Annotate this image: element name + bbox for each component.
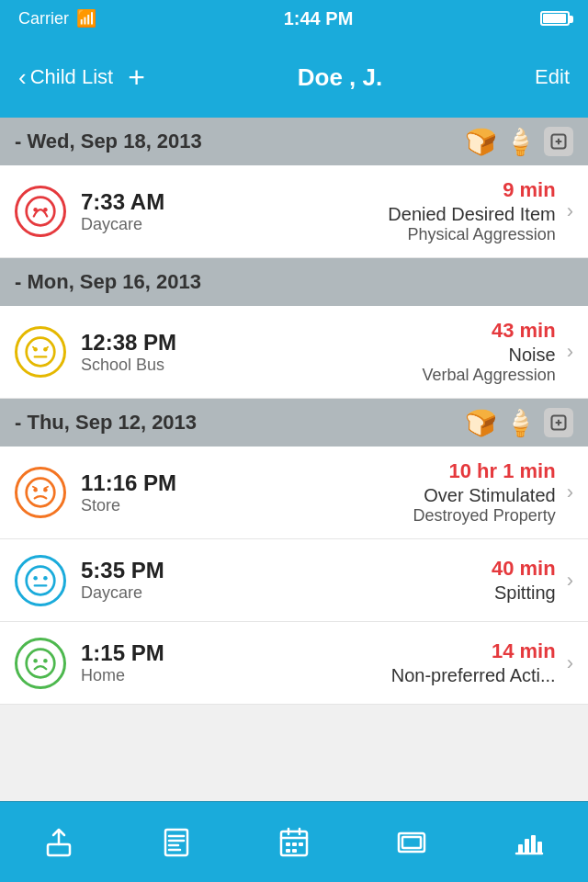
bread-icon-1: 🍞 <box>465 127 497 157</box>
nav-bar: ‹ Child List + Doe , J. Edit <box>0 37 588 118</box>
incident-behavior-primary-5: Non-preferred Acti... <box>391 665 556 686</box>
battery-icon <box>540 11 570 26</box>
svg-rect-39 <box>531 835 536 854</box>
tab-cards[interactable] <box>353 802 470 882</box>
svg-point-12 <box>27 566 55 594</box>
section-date-1: - Wed, Sep 18, 2013 <box>15 130 454 153</box>
svg-rect-29 <box>286 842 290 846</box>
section-icons-1: 🍞 🍦 <box>465 127 573 157</box>
icecream-icon-3: 🍦 <box>504 408 537 438</box>
charts-icon <box>509 822 549 863</box>
svg-point-1 <box>27 198 55 226</box>
svg-rect-38 <box>525 839 529 854</box>
incident-time-2: 12:38 PM <box>81 330 228 356</box>
tab-share[interactable] <box>0 802 118 882</box>
svg-rect-37 <box>518 844 523 854</box>
incident-row-2[interactable]: 12:38 PM School Bus 43 min Noise Verbal … <box>0 306 588 399</box>
back-button[interactable]: ‹ Child List <box>18 65 113 89</box>
notes-icon <box>156 822 197 863</box>
carrier-label: Carrier <box>18 9 69 28</box>
incident-icon-5 <box>15 638 66 689</box>
incident-icon-3 <box>15 467 66 518</box>
incident-row-3[interactable]: 11:16 PM Store 10 hr 1 min Over Stimulat… <box>0 447 588 539</box>
chevron-right-icon-5: › <box>567 651 573 675</box>
incident-row-1[interactable]: 7:33 AM Daycare 9 min Denied Desired Ite… <box>0 165 588 258</box>
incident-time-loc-2: 12:38 PM School Bus <box>81 330 228 375</box>
incident-icon-4 <box>15 555 66 606</box>
incident-time-1: 7:33 AM <box>81 189 228 215</box>
incident-location-5: Home <box>81 666 228 685</box>
incident-location-4: Daycare <box>81 583 228 603</box>
tab-notes[interactable] <box>118 802 235 882</box>
svg-rect-30 <box>292 842 297 846</box>
svg-rect-40 <box>537 842 542 854</box>
incident-time-loc-1: 7:33 AM Daycare <box>81 189 228 234</box>
svg-point-16 <box>27 649 55 677</box>
incident-time-loc-4: 5:35 PM Daycare <box>81 558 228 603</box>
svg-point-14 <box>33 576 38 581</box>
edit-button[interactable]: Edit <box>535 65 570 89</box>
incident-behavior-secondary-3: Destroyed Property <box>413 506 556 526</box>
section-header-1: - Wed, Sep 18, 2013 🍞 🍦 <box>0 118 588 165</box>
wifi-icon: 📶 <box>76 8 96 28</box>
incident-icon-1 <box>15 186 66 237</box>
section-date-2: - Mon, Sep 16, 2013 <box>15 270 562 294</box>
svg-rect-31 <box>299 842 303 846</box>
incident-duration-3: 10 hr 1 min <box>449 459 556 483</box>
status-bar: Carrier 📶 1:44 PM <box>0 0 588 37</box>
add-button[interactable]: + <box>128 62 145 92</box>
incident-time-4: 5:35 PM <box>81 558 228 583</box>
medical-icon-3 <box>544 408 573 437</box>
incident-details-4: 40 min Spitting <box>228 557 563 604</box>
incident-duration-1: 9 min <box>503 178 555 202</box>
cards-icon <box>391 822 432 863</box>
svg-point-15 <box>43 576 48 581</box>
svg-rect-33 <box>292 849 297 853</box>
status-left: Carrier 📶 <box>18 8 96 28</box>
nav-title: Doe , J. <box>145 63 535 92</box>
incident-behavior-primary-4: Spitting <box>494 582 556 604</box>
chevron-right-icon-4: › <box>567 569 573 593</box>
incident-location-2: School Bus <box>81 356 228 375</box>
share-icon <box>39 822 79 863</box>
incident-row-4[interactable]: 5:35 PM Daycare 40 min Spitting › <box>0 539 588 622</box>
content-area: - Wed, Sep 18, 2013 🍞 🍦 7:33 AM Daycar <box>0 118 588 801</box>
svg-point-4 <box>27 338 55 367</box>
svg-rect-19 <box>48 844 70 855</box>
status-right <box>540 11 570 26</box>
time-display: 1:44 PM <box>284 8 354 29</box>
svg-rect-32 <box>286 849 290 853</box>
svg-rect-20 <box>165 830 187 855</box>
tab-bar <box>0 801 588 882</box>
icecream-icon-1: 🍦 <box>504 127 537 157</box>
incident-duration-5: 14 min <box>492 639 556 663</box>
incident-duration-2: 43 min <box>492 319 556 343</box>
svg-point-2 <box>33 208 38 212</box>
chevron-right-icon-2: › <box>567 340 573 364</box>
section-header-2: - Mon, Sep 16, 2013 <box>0 258 588 306</box>
svg-point-9 <box>27 479 55 507</box>
incident-location-3: Store <box>81 496 228 515</box>
section-date-3: - Thu, Sep 12, 2013 <box>15 411 454 435</box>
incident-duration-4: 40 min <box>492 557 556 581</box>
tab-calendar[interactable] <box>235 802 353 882</box>
incident-behavior-primary-1: Denied Desired Item <box>388 204 555 225</box>
incident-behavior-secondary-2: Verbal Aggression <box>423 366 556 385</box>
chevron-right-icon-1: › <box>567 199 573 223</box>
incident-details-5: 14 min Non-preferred Acti... <box>228 639 563 686</box>
svg-point-17 <box>33 659 38 663</box>
svg-rect-35 <box>402 837 421 848</box>
bread-icon-3: 🍞 <box>465 408 497 438</box>
incident-details-1: 9 min Denied Desired Item Physical Aggre… <box>228 178 563 244</box>
section-header-3: - Thu, Sep 12, 2013 🍞 🍦 <box>0 399 588 447</box>
incident-row-5[interactable]: 1:15 PM Home 14 min Non-preferred Acti..… <box>0 622 588 705</box>
incident-behavior-secondary-1: Physical Aggression <box>408 225 556 244</box>
incident-time-3: 11:16 PM <box>81 470 228 496</box>
medical-icon-1 <box>544 127 573 156</box>
chevron-right-icon-3: › <box>567 481 573 504</box>
incident-behavior-primary-2: Noise <box>509 345 556 366</box>
incident-icon-2 <box>15 326 66 378</box>
section-icons-3: 🍞 🍦 <box>465 408 573 438</box>
calendar-icon <box>274 822 314 863</box>
tab-charts[interactable] <box>470 802 588 882</box>
